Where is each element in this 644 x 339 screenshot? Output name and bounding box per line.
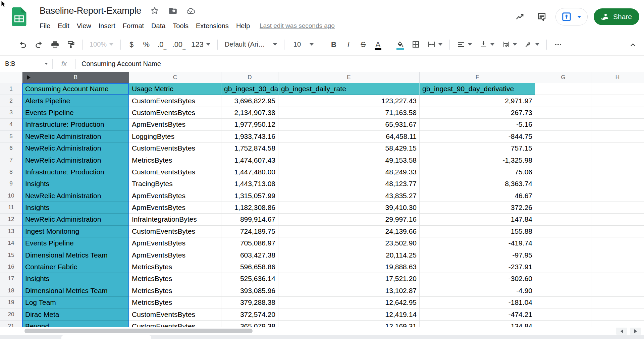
row-header-18[interactable]: 18 <box>0 285 22 297</box>
cell-E18[interactable]: 13,102.87 <box>278 285 420 297</box>
row-header-13[interactable]: 13 <box>0 226 22 237</box>
cloud-saved-icon[interactable] <box>186 6 196 15</box>
cell-F1[interactable]: gb_ingest_90_day_derivative <box>420 83 535 95</box>
row-header-6[interactable]: 6 <box>0 143 22 154</box>
cell-H17[interactable] <box>591 273 644 285</box>
cell-B11[interactable]: Insights <box>22 202 129 214</box>
menu-insert[interactable]: Insert <box>95 21 119 31</box>
cell-G14[interactable] <box>535 237 591 249</box>
cell-H8[interactable] <box>591 166 644 178</box>
undo-button[interactable] <box>16 38 29 51</box>
cell-B16[interactable]: Container Fabric <box>22 261 129 273</box>
cell-C10[interactable]: ApmEventsBytes <box>129 190 221 202</box>
cell-D15[interactable]: 603,427.38 <box>221 249 278 261</box>
row-header-3[interactable]: 3 <box>0 107 22 119</box>
cell-C12[interactable]: InfraIntegrationBytes <box>129 214 221 225</box>
row-header-17[interactable]: 17 <box>0 273 22 285</box>
cell-F13[interactable]: 155.88 <box>420 226 535 237</box>
cell-G3[interactable] <box>535 107 591 119</box>
row-header-12[interactable]: 12 <box>0 214 22 225</box>
cell-G17[interactable] <box>535 273 591 285</box>
cell-H15[interactable] <box>591 249 644 261</box>
cell-B9[interactable]: Insights <box>22 178 129 190</box>
cell-H12[interactable] <box>591 214 644 225</box>
cell-E11[interactable]: 39,410.30 <box>278 202 420 214</box>
cell-E3[interactable]: 71,163.58 <box>278 107 420 119</box>
cell-F4[interactable]: -5.16 <box>420 119 535 130</box>
star-icon[interactable] <box>150 6 159 15</box>
column-group-triangle-icon[interactable] <box>27 75 31 80</box>
cell-C17[interactable]: MetricsBytes <box>129 273 221 285</box>
cell-H10[interactable] <box>591 190 644 202</box>
cell-F18[interactable]: -4.90 <box>420 285 535 297</box>
fill-color-button[interactable] <box>394 38 406 51</box>
horizontal-align-button[interactable] <box>455 38 474 51</box>
cell-B19[interactable]: Log Team <box>22 297 129 308</box>
collapse-toolbar-button[interactable] <box>627 38 639 52</box>
column-header-d[interactable]: D <box>221 72 278 83</box>
name-box[interactable]: B:B <box>0 56 52 72</box>
cell-F21[interactable]: 134.84 <box>420 321 535 327</box>
cell-F6[interactable]: 757.15 <box>420 143 535 154</box>
row-header-4[interactable]: 4 <box>0 119 22 130</box>
column-header-e[interactable]: E <box>278 72 420 83</box>
cell-B7[interactable]: NewRelic Administration <box>22 154 129 166</box>
last-edit-link[interactable]: Last edit was seconds ago <box>260 22 335 30</box>
cell-H19[interactable] <box>591 297 644 308</box>
present-button[interactable] <box>555 8 588 25</box>
row-header-9[interactable]: 9 <box>0 178 22 190</box>
cell-E8[interactable]: 48,249.33 <box>278 166 420 178</box>
cell-G4[interactable] <box>535 119 591 130</box>
more-formats-button[interactable]: 123 <box>189 38 212 51</box>
menu-tools[interactable]: Tools <box>169 21 192 31</box>
column-header-g[interactable]: G <box>535 72 591 83</box>
cell-G9[interactable] <box>535 178 591 190</box>
row-header-2[interactable]: 2 <box>0 95 22 107</box>
cell-D13[interactable]: 724,189.75 <box>221 226 278 237</box>
formula-input[interactable]: Consuming Account Name <box>82 60 161 68</box>
cell-G18[interactable] <box>535 285 591 297</box>
cell-G8[interactable] <box>535 166 591 178</box>
row-header-16[interactable]: 16 <box>0 261 22 273</box>
cell-E12[interactable]: 29,997.16 <box>278 214 420 225</box>
column-header-c[interactable]: C <box>129 72 221 83</box>
cell-F12[interactable]: 147.84 <box>420 214 535 225</box>
document-title[interactable]: Baseline-Report-Example <box>40 6 141 16</box>
merge-cells-button[interactable] <box>425 38 444 51</box>
menu-edit[interactable]: Edit <box>54 21 73 31</box>
cell-H18[interactable] <box>591 285 644 297</box>
cell-E13[interactable]: 24,139.66 <box>278 226 420 237</box>
cell-D10[interactable]: 1,315,057.99 <box>221 190 278 202</box>
cell-H6[interactable] <box>591 143 644 154</box>
cell-G15[interactable] <box>535 249 591 261</box>
font-family-select[interactable]: Default (Ari… <box>223 38 279 51</box>
cell-D16[interactable]: 596,658.86 <box>221 261 278 273</box>
cell-B3[interactable]: Events Pipeline <box>22 107 129 119</box>
bold-button[interactable]: B <box>328 38 339 51</box>
cell-D2[interactable]: 3,696,822.95 <box>221 95 278 107</box>
cell-E14[interactable]: 23,502.90 <box>278 237 420 249</box>
cell-B14[interactable]: Events Pipeline <box>22 237 129 249</box>
row-header-21[interactable]: 21 <box>0 321 22 327</box>
cell-H21[interactable] <box>591 321 644 327</box>
cell-D6[interactable]: 1,752,874.58 <box>221 143 278 154</box>
scroll-left-button[interactable] <box>616 328 627 335</box>
row-header-15[interactable]: 15 <box>0 249 22 261</box>
cell-C1[interactable]: Usage Metric <box>129 83 221 95</box>
cell-C2[interactable]: CustomEventsBytes <box>129 95 221 107</box>
cell-E5[interactable]: 64,458.11 <box>278 131 420 143</box>
cell-F8[interactable]: 75.06 <box>420 166 535 178</box>
cell-D7[interactable]: 1,474,607.43 <box>221 154 278 166</box>
format-currency-button[interactable]: $ <box>126 38 137 51</box>
text-color-button[interactable]: A <box>372 38 384 51</box>
cell-E21[interactable]: 12,169.31 <box>278 321 420 327</box>
move-folder-icon[interactable] <box>168 6 177 15</box>
cell-G7[interactable] <box>535 154 591 166</box>
cell-C16[interactable]: MetricsBytes <box>129 261 221 273</box>
row-header-7[interactable]: 7 <box>0 154 22 166</box>
cell-E16[interactable]: 19,888.63 <box>278 261 420 273</box>
cell-C13[interactable]: CustomEventsBytes <box>129 226 221 237</box>
cell-H9[interactable] <box>591 178 644 190</box>
cell-G19[interactable] <box>535 297 591 308</box>
cell-H7[interactable] <box>591 154 644 166</box>
